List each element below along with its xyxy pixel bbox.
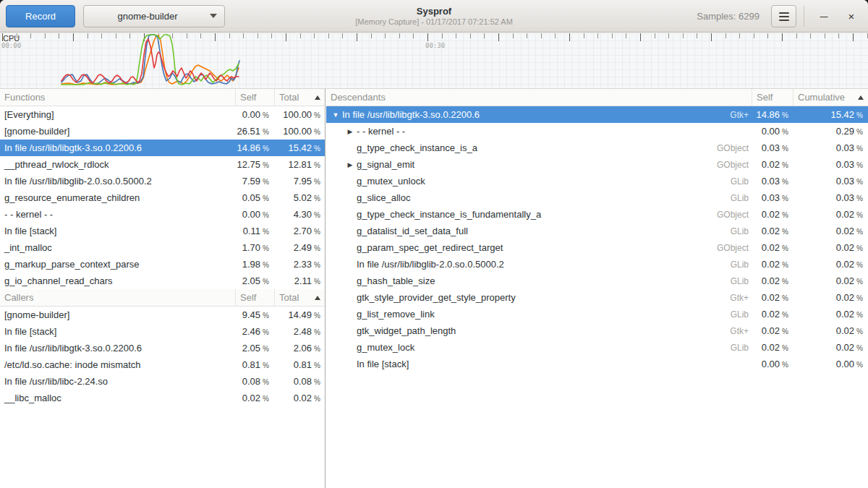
function-name: In file /usr/lib/libgtk-3.so.0.2200.6 [0,343,236,354]
functions-table-row[interactable]: __pthread_rwlock_rdlock12.75%12.81% [0,156,325,173]
close-button[interactable]: × [839,4,864,29]
sort-ascending-icon [858,95,864,100]
descendants-table-row[interactable]: In file [stack]0.00%0.00% [326,356,868,372]
callers-column-header[interactable]: Callers [0,289,236,307]
library-tag: GObject [644,210,752,220]
descendant-name: In file [stack] [326,359,644,369]
descendants-table-row[interactable]: ▼In file /usr/lib/libgtk-3.so.0.2200.6Gt… [326,106,868,123]
function-name: g_resource_enumerate_children [0,192,236,203]
descendants-table-row[interactable]: In file /usr/lib/libglib-2.0.so.0.5000.2… [326,256,868,273]
descendant-name: g_mutex_unlock [326,176,644,187]
functions-table-row[interactable]: g_markup_parse_context_parse1.98%2.33% [0,256,325,273]
function-name: _int_malloc [0,242,236,253]
callers-table-row[interactable]: __libc_malloc0.02%0.02% [0,390,325,406]
descendant-name: gtk_widget_path_length [326,325,644,336]
window-subtitle: [Memory Capture] - 01/17/2017 07:21:52 A… [355,17,513,27]
descendants-table: ▼In file /usr/lib/libgtk-3.so.0.2200.6Gt… [326,106,868,372]
functions-table-row[interactable]: _int_malloc1.70%2.49% [0,239,325,256]
minimize-button[interactable]: ─ [812,4,836,29]
chevron-down-icon [210,14,217,18]
time-axis-label: 00:30 [425,42,445,49]
functions-table-row[interactable]: [gnome-builder]26.51%100.00% [0,123,325,140]
process-selector-value: gnome-builder [91,11,204,22]
self-column-header[interactable]: Self [236,289,275,307]
descendant-name: g_list_remove_link [326,309,644,320]
function-name: In file /usr/lib/libc-2.24.so [0,376,236,387]
function-name: g_io_channel_read_chars [0,275,236,286]
functions-table: [Everything]0.00%100.00%[gnome-builder]2… [0,106,325,289]
functions-table-row[interactable]: [Everything]0.00%100.00% [0,106,325,123]
profile-content: Functions Self Total [Everything]0.00%10… [0,89,868,488]
samples-count: Samples: 6299 [697,11,760,22]
descendants-table-row[interactable]: g_mutex_unlockGLib0.03%0.03% [326,173,868,189]
descendant-name: In file /usr/lib/libglib-2.0.so.0.5000.2 [326,259,644,270]
library-tag: Gtk+ [644,110,752,120]
self-column-header[interactable]: Self [752,89,793,106]
function-name: In file [stack] [0,326,236,337]
descendant-name: gtk_style_provider_get_style_property [326,292,644,303]
function-name: __libc_malloc [0,393,236,403]
descendants-table-row[interactable]: gtk_widget_path_lengthGtk+0.02%0.02% [326,322,868,339]
expander-closed-icon[interactable]: ▶ [346,128,354,135]
library-tag: GLib [644,176,752,187]
window-title: Sysprof [417,6,451,17]
descendants-table-row[interactable]: g_type_check_instance_is_aGObject0.03%0.… [326,140,868,156]
functions-table-row[interactable]: In file [stack]0.11%2.70% [0,223,325,239]
library-tag: Gtk+ [644,326,752,336]
functions-column-header[interactable]: Functions [0,89,236,106]
functions-table-row[interactable]: In file /usr/lib/libgtk-3.so.0.2200.614.… [0,140,325,156]
self-column-header[interactable]: Self [236,89,275,106]
descendants-table-row[interactable]: g_list_remove_linkGLib0.02%0.02% [326,306,868,322]
library-tag: GObject [644,143,752,153]
descendants-table-row[interactable]: g_hash_table_sizeGLib0.02%0.02% [326,273,868,289]
function-name: /etc/ld.so.cache: inode mismatch [0,359,236,370]
descendant-name: g_type_check_instance_is_fundamentally_a [326,209,644,220]
callers-table-row[interactable]: In file /usr/lib/libgtk-3.so.0.2200.62.0… [0,340,325,356]
descendants-table-row[interactable]: g_datalist_id_set_data_fullGLib0.02%0.02… [326,223,868,239]
function-name: [gnome-builder] [0,309,236,320]
descendants-table-row[interactable]: ▶- - kernel - -0.00%0.29% [326,123,868,140]
expander-open-icon[interactable]: ▼ [332,111,339,119]
library-tag: GLib [644,309,752,320]
right-pane: Descendants Self Cumulative ▼In file /us… [326,89,868,488]
callers-table-row[interactable]: /etc/ld.so.cache: inode mismatch0.81%0.8… [0,356,325,373]
descendants-table-header: Descendants Self Cumulative [326,89,868,106]
callers-table-row[interactable]: In file /usr/lib/libc-2.24.so0.08%0.08% [0,373,325,390]
descendant-name: g_param_spec_get_redirect_target [326,242,644,253]
cumulative-column-header[interactable]: Cumulative [793,89,868,106]
descendants-table-row[interactable]: g_type_check_instance_is_fundamentally_a… [326,206,868,223]
callers-table-row[interactable]: In file [stack]2.46%2.48% [0,323,325,340]
function-name: In file /usr/lib/libglib-2.0.so.0.5000.2 [0,176,236,187]
function-name: In file [stack] [0,226,236,236]
descendants-table-row[interactable]: g_param_spec_get_redirect_targetGObject0… [326,239,868,256]
function-name: In file /usr/lib/libgtk-3.so.0.2200.6 [0,142,236,153]
library-tag: GObject [644,160,752,170]
library-tag: GObject [644,243,752,253]
descendants-column-header[interactable]: Descendants [326,89,752,106]
library-tag: GLib [644,276,752,286]
total-column-header[interactable]: Total [275,289,325,307]
functions-table-header: Functions Self Total [0,89,325,106]
callers-table-row[interactable]: [gnome-builder]9.45%14.49% [0,307,325,323]
record-button[interactable]: Record [6,5,75,27]
functions-table-row[interactable]: g_resource_enumerate_children0.05%5.02% [0,189,325,206]
descendants-table-row[interactable]: ▶g_signal_emitGObject0.02%0.03% [326,156,868,173]
total-column-header[interactable]: Total [275,89,325,106]
hamburger-menu-button[interactable] [771,5,796,27]
cpu-graph[interactable]: CPU 00:0000:30 [0,33,868,89]
function-name: - - kernel - - [0,209,236,220]
functions-table-row[interactable]: - - kernel - -0.00%4.30% [0,206,325,223]
descendants-table-row[interactable]: g_slice_allocGLib0.03%0.03% [326,189,868,206]
expander-closed-icon[interactable]: ▶ [346,161,354,168]
library-tag: GLib [644,260,752,270]
functions-table-row[interactable]: In file /usr/lib/libglib-2.0.so.0.5000.2… [0,173,325,189]
process-selector-dropdown[interactable]: gnome-builder [83,5,225,27]
hamburger-icon [779,12,789,14]
library-tag: GLib [644,343,752,353]
left-pane: Functions Self Total [Everything]0.00%10… [0,89,326,488]
sort-ascending-icon [315,95,320,100]
descendants-table-row[interactable]: gtk_style_provider_get_style_propertyGtk… [326,289,868,306]
descendants-table-row[interactable]: g_mutex_lockGLib0.02%0.02% [326,339,868,356]
header-bar: Record gnome-builder Sysprof [Memory Cap… [0,0,868,33]
functions-table-row[interactable]: g_io_channel_read_chars2.05%2.11% [0,273,325,289]
